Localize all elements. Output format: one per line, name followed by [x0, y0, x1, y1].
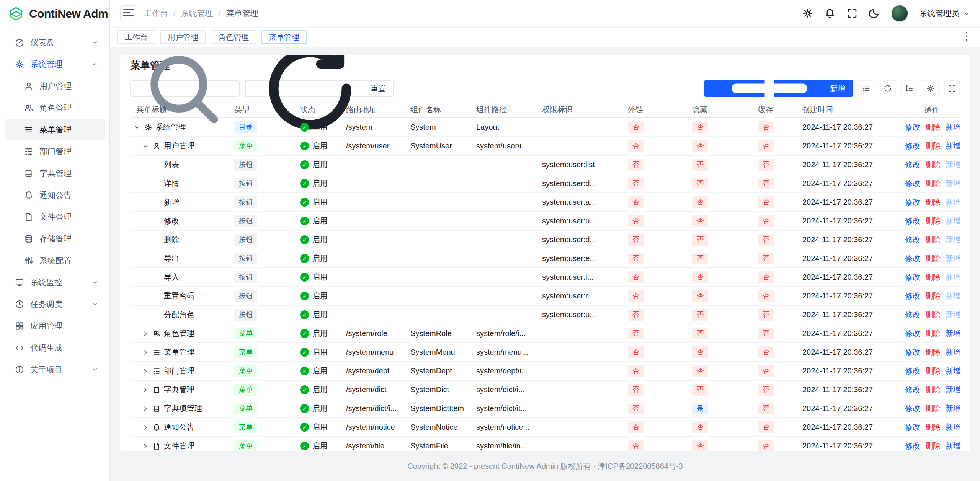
- refresh-button[interactable]: [880, 80, 896, 96]
- collapse-sidebar-button[interactable]: [120, 5, 136, 21]
- chevron-right-icon[interactable]: [142, 405, 149, 413]
- delete-link[interactable]: 删除: [925, 403, 941, 414]
- add-link[interactable]: 新增: [946, 366, 960, 376]
- delete-link[interactable]: 删除: [925, 310, 941, 320]
- edit-link[interactable]: 修改: [905, 122, 920, 132]
- sidebar-item-11[interactable]: 系统监控: [5, 272, 105, 292]
- tab-菜单管理[interactable]: 菜单管理: [261, 30, 307, 44]
- delete-link[interactable]: 删除: [925, 441, 941, 451]
- chevron-down-icon[interactable]: [142, 142, 149, 150]
- delete-link[interactable]: 删除: [925, 272, 941, 282]
- edit-link[interactable]: 修改: [905, 253, 920, 264]
- add-link[interactable]: 新增: [946, 216, 960, 226]
- add-link[interactable]: 新增: [946, 403, 960, 414]
- settings-button[interactable]: [923, 80, 939, 96]
- add-link[interactable]: 新增: [946, 160, 960, 170]
- edit-link[interactable]: 修改: [905, 422, 920, 432]
- chevron-right-icon[interactable]: [142, 424, 149, 431]
- chevron-right-icon[interactable]: [142, 367, 149, 375]
- edit-link[interactable]: 修改: [905, 216, 920, 226]
- chevron-right-icon[interactable]: [142, 349, 149, 356]
- fullscreen-icon[interactable]: [846, 8, 858, 19]
- tab-用户管理[interactable]: 用户管理: [160, 30, 206, 44]
- add-link[interactable]: 新增: [946, 197, 960, 207]
- sidebar-item-14[interactable]: 代码生成: [5, 338, 105, 358]
- sidebar-item-15[interactable]: 关于项目: [5, 359, 105, 380]
- delete-link[interactable]: 删除: [925, 253, 941, 264]
- delete-link[interactable]: 删除: [925, 122, 941, 132]
- edit-link[interactable]: 修改: [905, 366, 920, 376]
- chevron-right-icon[interactable]: [142, 386, 149, 394]
- chevron-right-icon[interactable]: [142, 442, 149, 450]
- fullscreen-button[interactable]: [944, 80, 960, 96]
- add-link[interactable]: 新增: [946, 235, 960, 245]
- delete-link[interactable]: 删除: [925, 366, 941, 376]
- sidebar-item-8[interactable]: 文件管理: [5, 207, 105, 227]
- add-link[interactable]: 新增: [946, 385, 960, 395]
- delete-link[interactable]: 删除: [925, 235, 941, 245]
- add-button[interactable]: 新增: [704, 80, 853, 97]
- delete-link[interactable]: 删除: [925, 347, 941, 357]
- moon-icon[interactable]: [869, 8, 880, 19]
- delete-link[interactable]: 删除: [925, 178, 941, 189]
- edit-link[interactable]: 修改: [905, 235, 920, 245]
- sidebar-item-5[interactable]: 部门管理: [5, 141, 105, 161]
- edit-link[interactable]: 修改: [905, 291, 920, 301]
- edit-link[interactable]: 修改: [905, 141, 920, 151]
- sidebar-item-10[interactable]: 系统配置: [5, 250, 105, 271]
- edit-link[interactable]: 修改: [905, 403, 920, 414]
- sidebar-item-9[interactable]: 存储管理: [5, 228, 105, 249]
- delete-link[interactable]: 删除: [925, 328, 941, 339]
- edit-link[interactable]: 修改: [905, 178, 920, 189]
- search-box[interactable]: [130, 80, 240, 97]
- reset-button[interactable]: 重置: [245, 80, 394, 97]
- sidebar-item-4[interactable]: 菜单管理: [5, 119, 105, 140]
- bell-icon[interactable]: [824, 8, 836, 19]
- user-menu[interactable]: 系统管理员: [919, 8, 970, 19]
- breadcrumb-item-0[interactable]: 工作台: [144, 8, 168, 19]
- breadcrumb-item-1[interactable]: 系统管理: [181, 8, 213, 19]
- edit-link[interactable]: 修改: [905, 328, 920, 339]
- edit-link[interactable]: 修改: [905, 197, 920, 207]
- sidebar-item-1[interactable]: 系统管理: [5, 54, 105, 74]
- breadcrumb-item-2[interactable]: 菜单管理: [226, 8, 258, 19]
- add-link[interactable]: 新增: [946, 328, 960, 339]
- settings-icon[interactable]: [802, 8, 813, 19]
- chevron-down-icon[interactable]: [133, 124, 141, 131]
- avatar[interactable]: [891, 5, 908, 22]
- sidebar-item-6[interactable]: 字典管理: [5, 163, 105, 183]
- edit-link[interactable]: 修改: [905, 385, 920, 395]
- delete-link[interactable]: 删除: [925, 385, 941, 395]
- add-link[interactable]: 新增: [946, 347, 960, 357]
- add-link[interactable]: 新增: [946, 441, 960, 451]
- delete-link[interactable]: 删除: [925, 291, 941, 301]
- line-height-button[interactable]: [901, 80, 917, 96]
- delete-link[interactable]: 删除: [925, 422, 941, 432]
- add-link[interactable]: 新增: [946, 272, 960, 282]
- add-link[interactable]: 新增: [946, 178, 960, 189]
- delete-link[interactable]: 删除: [925, 160, 941, 170]
- delete-link[interactable]: 删除: [925, 216, 941, 226]
- sidebar-item-3[interactable]: 角色管理: [5, 98, 105, 118]
- add-link[interactable]: 新增: [946, 291, 960, 301]
- sidebar-item-2[interactable]: 用户管理: [5, 76, 105, 96]
- edit-link[interactable]: 修改: [905, 272, 920, 282]
- add-link[interactable]: 新增: [946, 253, 960, 264]
- delete-link[interactable]: 删除: [925, 141, 941, 151]
- list-button[interactable]: [858, 80, 874, 96]
- edit-link[interactable]: 修改: [905, 347, 920, 357]
- edit-link[interactable]: 修改: [905, 310, 920, 320]
- chevron-right-icon[interactable]: [142, 330, 149, 338]
- add-link[interactable]: 新增: [946, 141, 960, 151]
- sidebar-item-13[interactable]: 应用管理: [5, 316, 105, 336]
- sidebar-item-7[interactable]: 通知公告: [5, 185, 105, 205]
- add-link[interactable]: 新增: [946, 422, 960, 432]
- sidebar-item-0[interactable]: 仪表盘: [5, 32, 105, 52]
- tab-角色管理[interactable]: 角色管理: [211, 30, 256, 44]
- edit-link[interactable]: 修改: [905, 160, 920, 170]
- logo-row[interactable]: ContiNew Admin: [0, 0, 109, 28]
- add-link[interactable]: 新增: [946, 122, 960, 132]
- tab-more-button[interactable]: [960, 31, 973, 44]
- tab-工作台[interactable]: 工作台: [117, 30, 155, 44]
- add-link[interactable]: 新增: [946, 310, 960, 320]
